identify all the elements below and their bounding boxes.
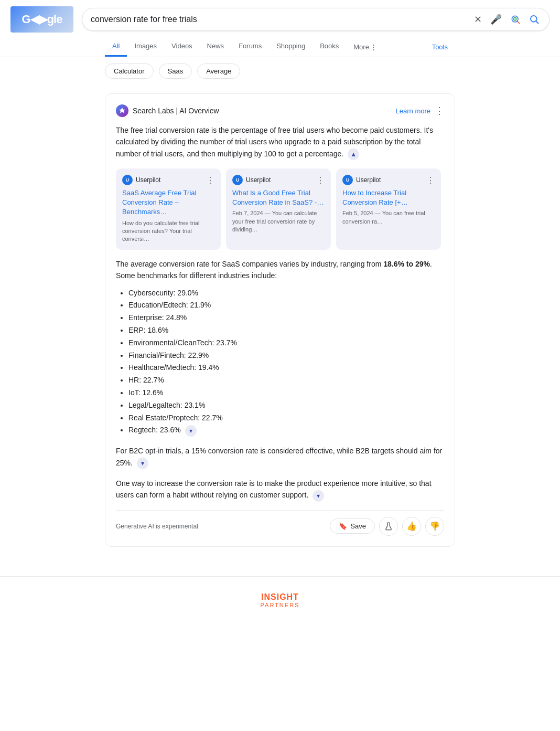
source-logo-icon-1: U [122, 175, 133, 185]
collapse-para2-button[interactable]: ▾ [137, 458, 148, 469]
list-item: Environmental/CleanTech: 23.7% [128, 337, 444, 349]
para2-text: For B2C opt-in trials, a 15% conversion … [116, 447, 442, 467]
search-bar: conversion rate for free trials ✕ 🎤 [82, 8, 550, 31]
stats-range: 18.6% to 29% [383, 260, 430, 268]
source-options-icon-1[interactable]: ⋮ [206, 175, 214, 185]
more-label: More [353, 43, 369, 51]
collapse-para3-button[interactable]: ▾ [313, 490, 324, 502]
ai-icon [116, 104, 128, 117]
source-options-icon-2[interactable]: ⋮ [316, 175, 325, 185]
list-item: Enterprise: 24.8% [128, 312, 444, 324]
search-icon-group: ✕ 🎤 [473, 13, 541, 26]
svg-line-4 [536, 21, 539, 24]
list-item: Healthcare/Medtech: 19.4% [128, 362, 444, 374]
list-item: Legal/Legaltech: 23.1% [128, 399, 444, 412]
nav-tools[interactable]: Tools [425, 38, 455, 56]
source-card-1[interactable]: U Userpilot ⋮ SaaS Average Free Trial Co… [116, 168, 221, 250]
ai-overview-card: Search Labs | AI Overview Learn more ⋮ T… [105, 93, 455, 547]
list-item: Real Estate/Proptech: 22.7% [128, 412, 444, 425]
learn-more-button[interactable]: Learn more [396, 107, 430, 115]
source-card-header-2: U Userpilot ⋮ [232, 175, 325, 185]
source-logo-icon-3: U [342, 175, 353, 185]
source-card-3[interactable]: U Userpilot ⋮ How to Increase Trial Conv… [336, 168, 441, 250]
svg-line-2 [517, 21, 519, 23]
tab-books[interactable]: Books [313, 37, 346, 57]
source-card-header-1: U Userpilot ⋮ [122, 175, 214, 185]
source-card-2[interactable]: U Userpilot ⋮ What Is a Good Free Trial … [226, 168, 331, 250]
intro-text-content: The free trial conversion rate is the pe… [116, 126, 433, 158]
search-input[interactable]: conversion rate for free trials [91, 15, 468, 24]
source-card-desc-3: Feb 5, 2024 — You can free trial convers… [342, 209, 435, 226]
chip-calculator[interactable]: Calculator [105, 63, 154, 79]
flask-icon-button[interactable] [379, 517, 398, 536]
source-card-desc-2: Feb 7, 2024 — You can calculate your fre… [232, 209, 325, 234]
source-logo-1: U Userpilot [122, 175, 160, 185]
chevron-down-icon: ⋮ [370, 43, 377, 51]
svg-point-1 [514, 18, 516, 20]
thumbs-down-button[interactable]: 👎 [425, 517, 444, 536]
bookmark-icon: 🔖 [339, 522, 347, 530]
list-item: Education/Edtech: 21.9% [128, 299, 444, 312]
source-card-title-3: How to Increase Trial Conversion Rate [+… [342, 188, 435, 207]
para3-block: One way to increase the conversion rate … [116, 478, 444, 502]
tab-forums[interactable]: Forums [231, 37, 269, 57]
source-card-header-3: U Userpilot ⋮ [342, 175, 435, 185]
source-card-desc-1: How do you calculate free trial conversi… [122, 219, 214, 243]
source-options-icon-3[interactable]: ⋮ [426, 175, 435, 185]
source-card-title-1: SaaS Average Free Trial Conversion Rate … [122, 188, 214, 217]
voice-search-button[interactable]: 🎤 [489, 13, 503, 26]
source-cards: U Userpilot ⋮ SaaS Average Free Trial Co… [116, 168, 444, 250]
list-item: Regtech: 23.6% ▾ [128, 424, 444, 437]
para3-text: One way to increase the conversion rate … [116, 479, 432, 499]
save-label: Save [350, 522, 366, 530]
source-card-title-2: What Is a Good Free Trial Conversion Rat… [232, 188, 325, 207]
collapse-list-button[interactable]: ▾ [185, 425, 197, 437]
source-name-2: Userpilot [246, 176, 271, 184]
chip-saas[interactable]: Saas [159, 63, 192, 79]
ai-disclaimer: Generative AI is experimental. [116, 523, 200, 530]
ai-overview-header: Search Labs | AI Overview Learn more ⋮ [116, 104, 444, 117]
list-item: ERP: 18.6% [128, 324, 444, 337]
lens-search-button[interactable] [509, 13, 522, 26]
stats-intro-paragraph: The average conversion rate for SaaS com… [116, 258, 444, 282]
thumbs-up-button[interactable]: 👍 [402, 517, 421, 536]
list-item: HR: 22.7% [128, 374, 444, 387]
list-item: IoT: 12.6% [128, 387, 444, 399]
chip-average[interactable]: Average [197, 63, 240, 79]
page-footer: INSIGHT PARTNERS [0, 576, 560, 619]
tab-news[interactable]: News [200, 37, 232, 57]
source-logo-2: U Userpilot [232, 175, 271, 185]
ai-footer: Generative AI is experimental. 🔖 Save 👍 … [116, 510, 444, 536]
main-content: Search Labs | AI Overview Learn more ⋮ T… [0, 85, 560, 566]
google-logo[interactable]: G◀▶gle [10, 6, 73, 33]
search-button[interactable] [528, 13, 541, 26]
ai-overview-title: Search Labs | AI Overview [133, 107, 219, 115]
ai-header-right: Learn more ⋮ [396, 105, 444, 116]
nav-more-menu[interactable]: More ⋮ [346, 38, 384, 56]
header: G◀▶gle conversion rate for free trials ✕… [0, 0, 560, 37]
collapse-button[interactable]: ▲ [348, 149, 359, 160]
tab-videos[interactable]: Videos [164, 37, 200, 57]
source-name-3: Userpilot [356, 176, 381, 184]
tab-images[interactable]: Images [127, 37, 164, 57]
last-benchmark-text: Regtech: 23.6% [128, 426, 181, 434]
logo-text: G◀▶gle [22, 13, 62, 26]
stats-intro-text: The average conversion rate for SaaS com… [116, 260, 383, 268]
footer-brand: INSIGHT [10, 592, 550, 602]
benchmark-list: Cybersecurity: 29.0% Education/Edtech: 2… [116, 287, 444, 437]
options-icon[interactable]: ⋮ [435, 105, 444, 116]
tab-shopping[interactable]: Shopping [269, 37, 313, 57]
source-logo-icon-2: U [232, 175, 243, 185]
clear-button[interactable]: ✕ [473, 13, 483, 26]
filter-chips: Calculator Saas Average [0, 57, 560, 85]
list-item: Financial/Fintech: 22.9% [128, 349, 444, 362]
footer-sub: PARTNERS [10, 602, 550, 608]
ai-intro-text: The free trial conversion rate is the pe… [116, 124, 444, 160]
source-name-1: Userpilot [136, 176, 160, 184]
tab-all[interactable]: All [105, 37, 127, 57]
list-item: Cybersecurity: 29.0% [128, 287, 444, 300]
save-button[interactable]: 🔖 Save [330, 518, 375, 534]
source-logo-3: U Userpilot [342, 175, 381, 185]
nav-tabs: All Images Videos News Forums Shopping B… [0, 37, 560, 57]
para2-block: For B2C opt-in trials, a 15% conversion … [116, 445, 444, 469]
